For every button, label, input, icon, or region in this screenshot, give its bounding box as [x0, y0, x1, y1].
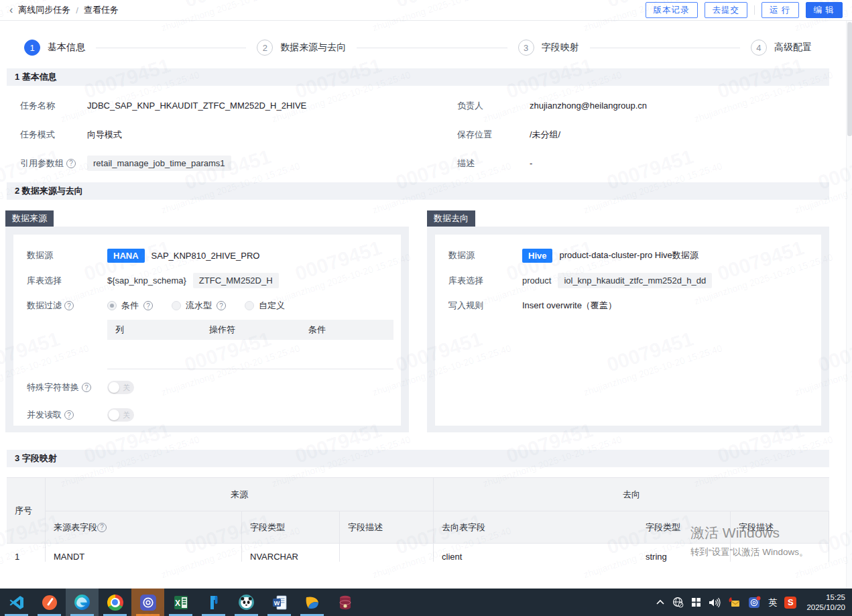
step-2[interactable]: 2数据来源与去向 — [257, 40, 346, 56]
info-row: 描述- — [457, 149, 647, 178]
filter-condition-table: 列操作符条件 — [107, 320, 393, 369]
mail-tray-icon[interactable] — [728, 597, 741, 608]
source-schema: ${sap_knp_schema} — [107, 275, 186, 286]
radio-option[interactable]: 自定义 — [245, 300, 285, 312]
field-label: 负责人 — [457, 100, 530, 112]
field-label: 任务模式 — [20, 129, 87, 141]
dest-table-label: 库表选择 — [448, 275, 522, 287]
chrome-icon[interactable] — [99, 589, 131, 616]
mapping-cell — [340, 544, 434, 562]
filter-table-header: 列 — [107, 324, 201, 336]
radio-icon — [245, 301, 254, 310]
section-basic-header: 1 基本信息 — [7, 68, 829, 86]
basic-info-right: 负责人zhujianzhong@heilangroup.cn保存位置/未分组/描… — [457, 91, 647, 178]
dest-type-badge: Hive — [522, 249, 552, 263]
toggle-label: 特殊字符替换? — [27, 381, 107, 393]
edit-button[interactable]: 编 辑 — [806, 2, 843, 18]
field-value: - — [530, 158, 532, 168]
step-number: 2 — [257, 40, 273, 56]
source-filter-label: 数据过滤? — [27, 300, 107, 312]
info-row: 任务模式向导模式 — [20, 120, 306, 149]
step-3[interactable]: 3字段映射 — [518, 40, 579, 56]
panda-app-icon[interactable] — [230, 589, 263, 616]
notify-app-icon[interactable] — [748, 596, 761, 609]
mapping-subheader: 字段类型 — [637, 511, 731, 544]
step-1[interactable]: 1基本信息 — [24, 40, 85, 56]
topbar: ‹ 离线同步任务 / 查看任务 版本记录 去提交 运 行 编 辑 — [0, 0, 852, 21]
section-mapping-header: 3 字段映射 — [7, 450, 829, 467]
step-4[interactable]: 4高级配置 — [751, 40, 812, 56]
toggle-switch-off[interactable]: 关 — [107, 408, 134, 422]
mapping-subheader: 去向表字段 — [434, 511, 637, 544]
dest-rule-label: 写入规则 — [448, 300, 522, 312]
taskbar-clock[interactable]: 15:25 2025/10/20 — [804, 593, 845, 613]
info-row: 任务名称JDBC_SAP_KNP_HKAUDIT_ZTFC_MM252D_H_2… — [20, 91, 306, 120]
foxmail-icon[interactable] — [296, 589, 328, 616]
vscode-icon[interactable] — [0, 589, 33, 616]
scrollbar-thumb[interactable] — [847, 22, 852, 136]
dest-table-tag: iol_knp_hkaudit_ztfc_mm252d_h_dd — [558, 273, 712, 288]
step-connector — [357, 48, 507, 48]
submit-button[interactable]: 去提交 — [705, 2, 748, 18]
version-history-button[interactable]: 版本记录 — [646, 2, 698, 18]
help-icon[interactable]: ? — [97, 523, 107, 532]
radio-selected[interactable]: 条件? — [107, 300, 153, 312]
source-table-label: 库表选择 — [27, 275, 107, 287]
excel-icon[interactable]: X — [164, 589, 197, 616]
back-icon[interactable]: ‹ — [9, 5, 13, 15]
mapping-cell: 1 — [7, 544, 46, 562]
word-icon[interactable]: W — [263, 589, 296, 616]
pen-app-icon[interactable] — [33, 589, 66, 616]
info-row: 保存位置/未分组/ — [457, 120, 647, 149]
volume-icon[interactable] — [709, 597, 721, 608]
sync-app-icon[interactable] — [131, 589, 164, 616]
dest-schema: product — [522, 275, 551, 286]
tab-data-source[interactable]: 数据来源 — [5, 210, 54, 227]
breadcrumb-section[interactable]: 离线同步任务 — [18, 4, 70, 16]
toggle-switch-off[interactable]: 关 — [107, 381, 134, 394]
help-icon[interactable]: ? — [66, 159, 76, 168]
filter-table-header: 条件 — [300, 324, 393, 336]
mapping-subheader: 字段类型 — [242, 511, 340, 544]
mapping-group-source: 来源 — [46, 478, 434, 511]
info-row: 引用参数组?retail_manage_job_time_params1 — [20, 149, 306, 178]
mapping-cell: client — [434, 544, 637, 562]
filter-table-header: 操作符 — [201, 324, 300, 336]
help-icon[interactable]: ? — [217, 301, 226, 310]
help-icon[interactable]: ? — [64, 410, 74, 420]
f-app-icon[interactable] — [197, 589, 230, 616]
taskbar: X W 英 S 15:25 — [0, 589, 852, 616]
source-ds-label: 数据源 — [27, 249, 107, 261]
data-source-panel: 数据源 HANA SAP_KNP810_2HIVE_PRO 库表选择 ${sap… — [5, 227, 409, 432]
filter-mode-radios: 条件?流水型?自定义 — [107, 300, 285, 312]
radio-icon — [172, 301, 181, 310]
page-scrollbar[interactable] — [846, 21, 852, 589]
toggle-label: 并发读取? — [27, 409, 107, 421]
mapping-subheader: 字段描述 — [340, 511, 434, 544]
run-button[interactable]: 运 行 — [762, 2, 798, 18]
language-indicator[interactable]: 英 — [768, 597, 777, 609]
info-row: 负责人zhujianzhong@heilangroup.cn — [457, 91, 647, 120]
field-label: 引用参数组? — [20, 158, 87, 170]
source-type-badge: HANA — [107, 249, 145, 263]
field-label: 保存位置 — [457, 129, 530, 141]
help-icon[interactable]: ? — [82, 383, 91, 392]
source-table-tag: ZTFC_MM252D_H — [193, 273, 279, 288]
sogou-input-icon[interactable]: S — [784, 597, 796, 609]
database-icon[interactable] — [328, 589, 361, 616]
help-icon[interactable]: ? — [64, 301, 74, 310]
field-label: 任务名称 — [20, 100, 87, 112]
tray-expand-icon[interactable] — [656, 598, 665, 607]
edge-icon[interactable] — [66, 589, 99, 616]
mapping-cell: MANDT — [46, 544, 242, 562]
help-icon[interactable]: ? — [143, 301, 153, 310]
task-grid-icon[interactable] — [691, 597, 701, 607]
tab-data-dest[interactable]: 数据去向 — [427, 210, 475, 227]
data-dest-panel: 数据源 Hive product-data-cluster-pro Hive数据… — [427, 227, 829, 432]
breadcrumb-page: 查看任务 — [84, 4, 119, 16]
radio-option[interactable]: 流水型? — [172, 300, 226, 312]
button-divider — [754, 5, 755, 15]
network-globe-icon[interactable] — [672, 597, 684, 608]
step-connector — [590, 48, 740, 48]
dest-ds-label: 数据源 — [448, 249, 522, 261]
